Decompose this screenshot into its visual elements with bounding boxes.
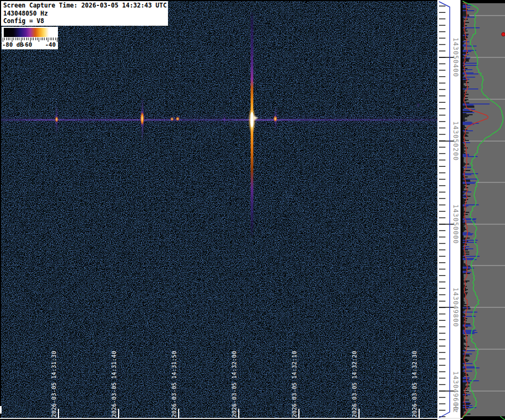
- colorbar-tick: [33, 38, 34, 40]
- time-label: 2026-03-05 14:32:10: [291, 351, 297, 417]
- colorbar-tick: [8, 38, 9, 40]
- capture-time-text: Screen Capture Time: 2026-03-05 14:32:43…: [3, 2, 168, 10]
- time-tick: [118, 409, 119, 418]
- colorbar-tick: [35, 38, 36, 40]
- colorbar-tick: [13, 38, 14, 40]
- signal-blob: [175, 116, 180, 121]
- signal-blob: [417, 102, 420, 108]
- colorbar-tick: [17, 38, 18, 40]
- signal-blob: [423, 89, 426, 93]
- frequency-label: 143050200: [452, 121, 459, 161]
- colorbar-tick: [41, 38, 41, 40]
- time-tick: [419, 409, 420, 418]
- time-label: 2026-03-05 14:32:20: [351, 351, 357, 417]
- colorbar-tick: [23, 38, 23, 40]
- spectrogram-waterfall: 2026-03-05 14:31:302026-03-05 14:31:4020…: [1, 1, 438, 418]
- colorbar-tick: [26, 38, 27, 40]
- colorbar-tick: [16, 38, 16, 40]
- colorbar-tick: [19, 38, 19, 40]
- frequency-axis: 1430504001430502001430500001430498001430…: [437, 0, 463, 420]
- time-tick: [178, 409, 179, 418]
- colorbar-label-40db: -40: [45, 41, 56, 48]
- frequency-label: 143050400: [452, 38, 459, 77]
- config-text: Config = V8: [3, 17, 168, 25]
- signal-blob: [223, 117, 226, 121]
- colorbar-label-60db: -60: [21, 41, 32, 48]
- colorbar-tick: [50, 38, 50, 40]
- colorbar-tick: [10, 38, 10, 40]
- colorbar-tick: [52, 38, 52, 40]
- colorbar-tick: [37, 38, 38, 40]
- colorbar-label-80db: -80 dB: [2, 41, 24, 48]
- colorbar-tick: [39, 38, 39, 42]
- time-label: 2026-03-05 14:31:30: [50, 351, 57, 417]
- colorbar-tick: [57, 38, 57, 42]
- background-noise: [1, 1, 438, 418]
- signal-blob: [55, 116, 58, 123]
- colorbar-gradient: [4, 28, 56, 37]
- colorbar-tick: [53, 38, 54, 40]
- signal-blob: [170, 117, 174, 121]
- colorbar-tick: [32, 38, 32, 40]
- colorbar-tick: [6, 38, 7, 40]
- colorbar-tick: [46, 38, 47, 40]
- main-burst-flare: [253, 115, 258, 121]
- marker-dot: [502, 33, 505, 36]
- left-edge-tick: [0, 406, 2, 414]
- time-tick: [58, 409, 59, 418]
- colorbar-tick: [28, 38, 28, 40]
- frequency-label: 143050000: [452, 204, 459, 244]
- time-tick: [358, 409, 360, 418]
- frequency-unit-label: Hz: [452, 404, 459, 413]
- colorbar-tick: [42, 38, 43, 40]
- bottom-frame-line: [0, 418, 463, 419]
- time-label: 2026-03-05 14:32:30: [411, 351, 418, 417]
- signal-blob: [140, 110, 144, 127]
- frequency-label: 143049800: [452, 288, 459, 327]
- colorbar-tick: [4, 38, 5, 40]
- frequency-text: 143048050 Hz: [3, 10, 168, 18]
- colorbar-legend: -80 dB -60 -40: [2, 27, 58, 49]
- colorbar-tick: [55, 38, 56, 40]
- carrier-line: [1, 119, 438, 121]
- time-label: 2026-03-05 14:31:40: [111, 351, 117, 417]
- screen-capture-root: 2026-03-05 14:31:302026-03-05 14:31:4020…: [0, 0, 505, 420]
- colorbar-tick: [44, 38, 45, 40]
- colorbar-tick: [24, 38, 25, 40]
- spectrum-panel: [460, 0, 505, 420]
- info-box: Screen Capture Time: 2026-03-05 14:32:43…: [1, 1, 168, 26]
- time-tick: [298, 409, 299, 418]
- time-tick: [238, 409, 239, 418]
- time-label: 2026-03-05 14:32:00: [231, 351, 237, 417]
- time-label: 2026-03-05 14:31:50: [171, 351, 177, 417]
- signal-blob: [273, 115, 277, 122]
